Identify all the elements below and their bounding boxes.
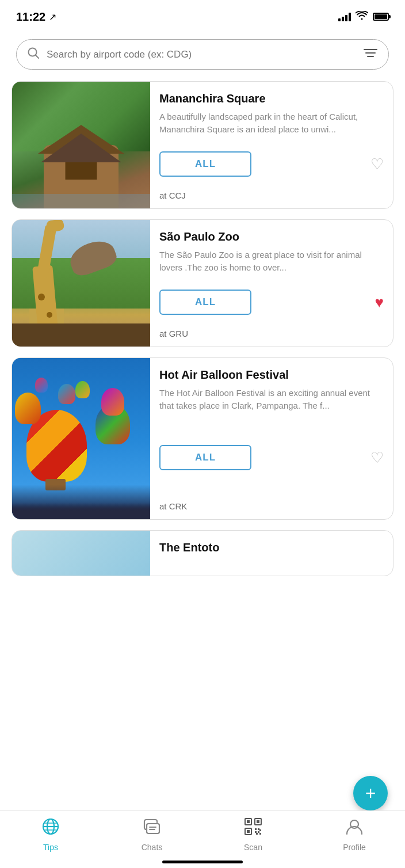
nav-item-profile[interactable]: Profile [331,817,377,852]
card-description-mananchira: A beautifully landscaped park in the hea… [159,111,384,136]
card-mananchira[interactable]: Mananchira Square A beautifully landscap… [12,81,393,209]
status-icons [338,11,389,23]
svg-rect-11 [147,824,159,833]
search-bar[interactable] [16,39,389,70]
nav-label-scan: Scan [244,843,262,852]
card-image-balloon [12,358,150,519]
card-title-entoto: The Entoto [159,540,219,555]
nav-label-profile: Profile [343,843,366,852]
card-description-balloon: The Hot Air Balloon Festival is an excit… [159,387,384,412]
card-image-mananchira [12,82,150,208]
card-content-balloon: Hot Air Balloon Festival The Hot Air Bal… [150,358,393,519]
card-balloon[interactable]: Hot Air Balloon Festival The Hot Air Bal… [12,357,393,520]
heart-icon-mananchira[interactable]: ♡ [370,155,384,173]
home-indicator [162,861,243,863]
svg-rect-24 [259,829,261,831]
svg-rect-22 [255,831,257,833]
card-all-button-zoo[interactable]: ALL [159,290,251,315]
card-title-zoo: São Paulo Zoo [159,229,384,244]
nav-item-scan[interactable]: Scan [230,817,276,852]
chat-icon [142,817,162,840]
location-arrow-icon: ↗ [49,12,56,22]
globe-icon [41,817,60,840]
card-content-entoto: The Entoto [150,531,393,576]
search-icon [27,47,40,62]
heart-icon-balloon[interactable]: ♡ [370,449,384,467]
card-airport-balloon: at CRK [159,501,384,511]
nav-label-chats: Chats [142,843,163,852]
nav-label-tips: Tips [43,843,58,852]
card-actions-zoo: ALL ♥ [159,290,384,315]
nav-item-tips[interactable]: Tips [28,817,74,852]
status-bar: 11:22 ↗ [0,0,405,29]
card-title-mananchira: Mananchira Square [159,91,384,106]
battery-icon [373,13,389,21]
svg-rect-23 [258,831,259,833]
card-actions-balloon: ALL ♡ [159,445,384,470]
svg-rect-20 [255,828,257,830]
status-time: 11:22 [16,10,45,24]
svg-rect-26 [259,833,261,835]
heart-icon-zoo[interactable]: ♥ [375,294,384,311]
card-actions-mananchira: ALL ♡ [159,151,384,177]
card-image-zoo [12,220,150,347]
svg-rect-25 [256,833,258,835]
card-entoto[interactable]: The Entoto [12,530,393,576]
card-all-button-balloon[interactable]: ALL [159,445,251,470]
card-all-button-mananchira[interactable]: ALL [159,151,251,177]
card-content-zoo: São Paulo Zoo The São Paulo Zoo is a gre… [150,220,393,347]
bottom-nav: Tips Chats [0,810,405,868]
svg-rect-21 [258,828,259,830]
search-input[interactable] [47,49,356,60]
nav-item-chats[interactable]: Chats [129,817,175,852]
filter-icon[interactable] [363,47,378,62]
svg-line-1 [36,55,39,59]
card-content-mananchira: Mananchira Square A beautifully landscap… [150,82,393,208]
svg-rect-19 [247,830,250,833]
cards-container: Mananchira Square A beautifully landscap… [0,75,405,582]
svg-rect-15 [247,820,250,823]
card-description-zoo: The São Paulo Zoo is a great place to vi… [159,249,384,274]
signal-icon [338,12,351,21]
card-zoo[interactable]: São Paulo Zoo The São Paulo Zoo is a gre… [12,219,393,347]
profile-icon [345,817,364,840]
card-image-entoto [12,531,150,576]
card-airport-zoo: at GRU [159,329,384,338]
fab-add-button[interactable]: + [353,776,388,810]
fab-plus-icon: + [365,783,376,804]
card-airport-mananchira: at CCJ [159,191,384,200]
wifi-icon [356,11,368,23]
scan-icon [243,817,263,840]
card-title-balloon: Hot Air Balloon Festival [159,367,384,382]
search-container [0,29,405,75]
svg-rect-17 [257,820,259,823]
